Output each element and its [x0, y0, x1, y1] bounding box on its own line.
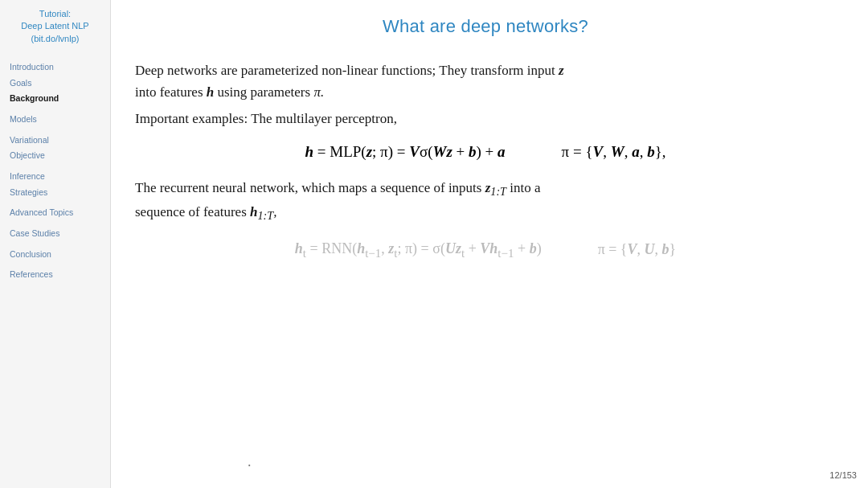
sidebar-item-variational[interactable]: Variational: [6, 133, 104, 149]
sidebar-item-introduction[interactable]: Introduction: [6, 59, 104, 76]
sidebar-item-models[interactable]: Models: [6, 112, 104, 128]
sidebar-item-background[interactable]: Background: [6, 91, 104, 107]
sidebar-item-advanced-topics[interactable]: Advanced Topics: [6, 205, 104, 221]
sidebar-title: Tutorial: Deep Latent NLP (bit.do/lvnlp): [6, 8, 104, 45]
mlp-equation: h = MLP(z; π) = Vσ(Wz + b) + a π = {V, W…: [135, 143, 836, 161]
rnn-intro-paragraph: The recurrent neural network, which maps…: [135, 177, 836, 225]
sidebar-item-inference[interactable]: Inference: [6, 169, 104, 185]
rnn-section: The recurrent neural network, which maps…: [135, 177, 836, 260]
slide-content: What are deep networks? Deep networks ar…: [111, 0, 868, 488]
sidebar-item-goals[interactable]: Goals: [6, 76, 104, 92]
sidebar-item-references[interactable]: References: [6, 267, 104, 283]
examples-label: Important examples: The multilayer perce…: [135, 111, 836, 127]
sidebar-item-case-studies[interactable]: Case Studies: [6, 226, 104, 242]
slide-title: What are deep networks?: [135, 16, 836, 37]
intro-paragraph: Deep networks are parameterized non-line…: [135, 59, 836, 103]
sidebar-item-objective[interactable]: Objective: [6, 148, 104, 164]
sidebar-item-strategies[interactable]: Strategies: [6, 185, 104, 201]
sidebar: Tutorial: Deep Latent NLP (bit.do/lvnlp)…: [0, 0, 111, 488]
slide-number: 12/153: [829, 470, 857, 480]
separator-dot: .: [248, 453, 252, 470]
sidebar-item-conclusion[interactable]: Conclusion: [6, 247, 104, 263]
rnn-equation: ht = RNN(ht−1, zt; π) = σ(Uzt + Vht−1 + …: [135, 240, 836, 260]
